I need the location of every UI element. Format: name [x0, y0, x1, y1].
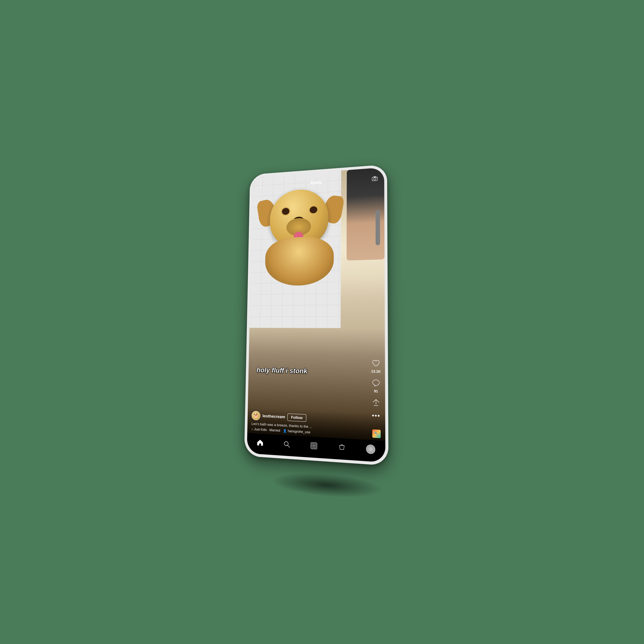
- svg-point-9: [313, 445, 314, 446]
- share-icon: [371, 397, 381, 408]
- back-button[interactable]: ‹: [257, 183, 264, 190]
- nav-reels[interactable]: [308, 439, 320, 452]
- user-avatar[interactable]: 🐕: [252, 411, 260, 420]
- camera-button[interactable]: [371, 175, 378, 182]
- svg-point-3: [376, 177, 377, 178]
- person-icon: 👤: [283, 429, 287, 433]
- collab-username: hansgrohe_usa: [288, 429, 310, 434]
- collab-user[interactable]: 👤 hansgrohe_usa: [283, 429, 310, 434]
- reels-title: Reels: [310, 180, 322, 185]
- heart-icon: [371, 358, 381, 369]
- comment-count: 91: [374, 389, 378, 393]
- dog-body: [261, 187, 341, 293]
- nav-search[interactable]: [281, 438, 292, 450]
- nav-home[interactable]: [255, 436, 266, 449]
- dog-eye-left: [282, 208, 289, 215]
- profile-avatar: [366, 444, 375, 454]
- phone-frame: holy fluff i stonk ‹ Reels: [244, 164, 389, 466]
- share-button[interactable]: [371, 397, 381, 408]
- shower-hose: [376, 210, 380, 245]
- dog-eye-right: [310, 206, 317, 214]
- comment-icon: [371, 378, 381, 388]
- follow-button[interactable]: Follow: [287, 413, 306, 422]
- video-background: holy fluff i stonk: [247, 167, 385, 441]
- caption-text: holy fluff i stonk: [256, 366, 307, 375]
- svg-line-5: [288, 445, 290, 447]
- sponsor-badge: 🔧: [372, 429, 381, 438]
- action-buttons: 13.1K 91: [371, 358, 381, 419]
- comment-button[interactable]: 91: [371, 378, 381, 393]
- svg-point-1: [374, 178, 376, 180]
- music-note-icon: ♪: [251, 427, 253, 431]
- like-button[interactable]: 13.1K: [371, 358, 381, 374]
- like-count: 13.1K: [371, 369, 381, 374]
- screen: holy fluff i stonk ‹ Reels: [247, 167, 385, 462]
- nav-profile[interactable]: [365, 443, 377, 456]
- music-info[interactable]: ♪ Just Kids · Married: [251, 427, 280, 433]
- music-text: Just Kids · Married: [254, 427, 280, 433]
- username[interactable]: leothecream: [262, 414, 285, 419]
- dog-fur: [265, 236, 334, 286]
- nav-shop[interactable]: [336, 441, 348, 454]
